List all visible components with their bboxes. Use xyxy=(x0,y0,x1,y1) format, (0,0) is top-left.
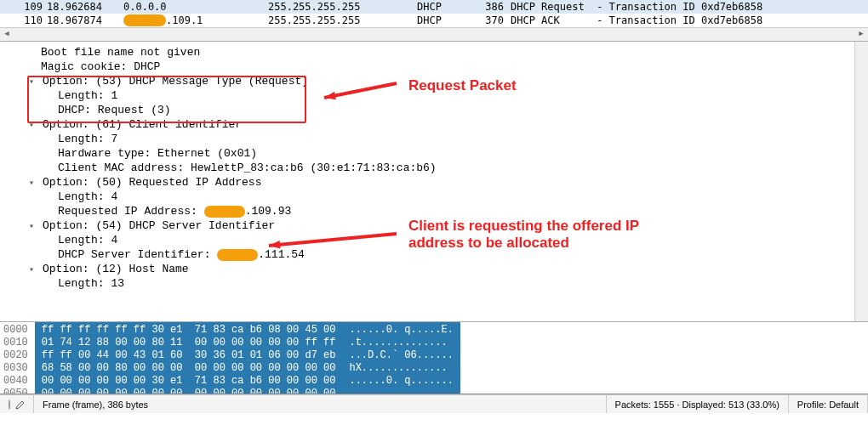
packet-list-pane[interactable]: 10918.9626840.0.0.0255.255.255.255DHCP38… xyxy=(0,0,868,42)
hex-ascii-row[interactable]: ................ xyxy=(349,388,453,394)
detail-line: DHCP Server Identifier: .111.54 xyxy=(7,247,868,262)
hex-offset: 0030 xyxy=(3,362,28,375)
hex-dump-pane[interactable]: 000000100020003000400050 ff ff ff ff ff … xyxy=(0,322,868,394)
detail-line: Magic cookie: DHCP xyxy=(7,60,868,74)
hex-bytes-row[interactable]: 01 74 12 88 00 00 80 11 00 00 00 00 00 0… xyxy=(42,337,336,349)
expand-icon[interactable]: ▾ xyxy=(29,221,41,231)
hex-bytes-row[interactable]: ff ff 00 44 00 43 01 60 30 36 01 01 06 0… xyxy=(42,349,336,362)
detail-line: Hardware type: Ethernet (0x01) xyxy=(7,146,868,161)
scroll-left-icon[interactable]: ◀ xyxy=(0,29,14,41)
status-frame-info: Frame (frame), 386 bytes xyxy=(34,395,607,413)
detail-line: Length: 4 xyxy=(7,190,868,204)
hex-bytes-row[interactable]: 68 58 00 00 80 00 00 00 00 00 00 00 00 0… xyxy=(42,362,336,375)
hex-ascii-row[interactable]: .t.............. xyxy=(349,337,453,349)
packet-row[interactable]: 11018.967874.109.1255.255.255.255DHCP370… xyxy=(0,14,868,27)
detail-line[interactable]: ▾Option: (54) DHCP Server Identifier xyxy=(7,218,868,233)
expand-icon[interactable]: ▾ xyxy=(29,76,41,87)
detail-line[interactable]: ▾Option: (61) Client identifier xyxy=(7,117,868,132)
hex-ascii-row[interactable]: hX.............. xyxy=(349,362,453,375)
scroll-right-icon[interactable]: ▶ xyxy=(854,29,868,41)
status-profile[interactable]: Profile: Default xyxy=(789,395,868,413)
expand-icon[interactable]: ▾ xyxy=(29,264,41,275)
hex-bytes-row[interactable]: ff ff ff ff ff ff 30 e1 71 83 ca b6 08 0… xyxy=(42,324,336,337)
hex-offset: 0000 xyxy=(3,324,28,337)
hex-bytes-row[interactable]: 00 00 00 00 00 00 00 00 00 00 00 00 00 0… xyxy=(42,388,336,394)
expand-icon[interactable]: ▾ xyxy=(29,178,41,188)
status-packet-count: Packets: 1555 · Displayed: 513 (33.0%) xyxy=(607,395,789,413)
hex-offset: 0010 xyxy=(3,337,28,349)
hex-bytes-row[interactable]: 00 00 00 00 00 00 30 e1 71 83 ca b6 00 0… xyxy=(42,375,336,388)
hex-offset: 0020 xyxy=(3,349,28,362)
capture-status-icon xyxy=(9,400,10,410)
detail-line: Boot file name not given xyxy=(7,45,868,60)
edit-icon[interactable] xyxy=(15,399,26,411)
detail-line: Length: 4 xyxy=(7,233,868,247)
detail-line: Client MAC address: HewlettP_83:ca:b6 (3… xyxy=(7,161,868,175)
detail-line[interactable]: ▾Option: (50) Requested IP Address xyxy=(7,175,868,190)
detail-line: Requested IP Address: .109.93 xyxy=(7,204,868,218)
detail-line: Length: 7 xyxy=(7,132,868,146)
hex-ascii-row[interactable]: ......0. q.....E. xyxy=(349,324,453,337)
detail-line[interactable]: ▾Option: (53) DHCP Message Type (Request… xyxy=(7,74,868,88)
packet-row[interactable]: 10918.9626840.0.0.0255.255.255.255DHCP38… xyxy=(0,0,868,14)
expand-icon[interactable]: ▾ xyxy=(29,120,41,130)
detail-line: DHCP: Request (3) xyxy=(7,103,868,117)
hex-ascii-row[interactable]: ...D.C.` 06...... xyxy=(349,349,453,362)
status-bar: Frame (frame), 386 bytes Packets: 1555 ·… xyxy=(0,394,868,413)
status-icons xyxy=(0,395,34,413)
detail-line: Length: 13 xyxy=(7,276,868,291)
packet-details-pane[interactable]: Boot file name not givenMagic cookie: DH… xyxy=(0,42,868,322)
hex-ascii-row[interactable]: ......0. q....... xyxy=(349,375,453,388)
hex-offset: 0050 xyxy=(3,388,28,394)
detail-line: Length: 1 xyxy=(7,88,868,103)
details-vscroll[interactable] xyxy=(854,42,868,321)
packet-list-hscroll[interactable]: ◀ ▶ xyxy=(0,27,868,41)
hex-offset: 0040 xyxy=(3,375,28,388)
detail-line[interactable]: ▾Option: (12) Host Name xyxy=(7,262,868,276)
